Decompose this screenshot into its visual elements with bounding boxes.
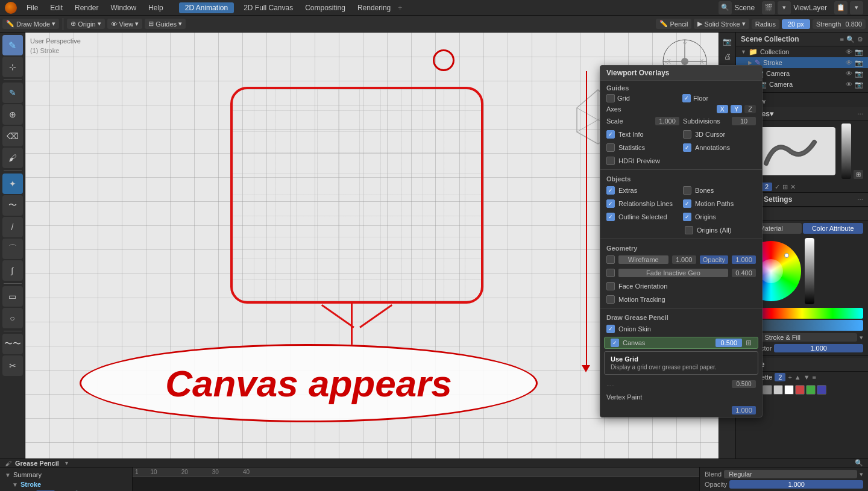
axis-z-btn[interactable]: Z — [744, 105, 756, 113]
pencil-check-icon[interactable]: ✓ — [775, 183, 780, 191]
tab-2d-canvas[interactable]: 2D Full Canvas — [239, 2, 298, 13]
onion-skin-checkbox[interactable] — [606, 325, 615, 333]
strength-field[interactable]: Strength 0.800 — [813, 19, 866, 29]
wireframe-checkbox[interactable] — [606, 255, 615, 264]
brush-settings-expand[interactable]: ⋯ — [857, 196, 863, 203]
fade-checkbox[interactable] — [606, 269, 615, 277]
arc-tool[interactable]: ⌒ — [2, 239, 23, 259]
axis-x-btn[interactable]: X — [717, 105, 728, 113]
viewlayer-icon[interactable]: 📋 — [834, 1, 848, 14]
pencil-copy-icon[interactable]: ⊞ — [782, 183, 788, 191]
camera-render[interactable]: 📷 — [855, 70, 863, 78]
outline-checkbox[interactable] — [606, 213, 615, 221]
swatch-7[interactable] — [806, 385, 816, 395]
mix-factor-value[interactable]: 1.000 — [774, 344, 863, 352]
timeline-area[interactable]: 1 10 20 30 40 — [133, 468, 699, 491]
brush-alpha-slider[interactable] — [841, 124, 851, 179]
guides-btn[interactable]: ⊞ Guides ▾ — [145, 19, 186, 29]
filter-icon[interactable]: ≡ — [840, 36, 844, 43]
cursor-tool[interactable]: ✎ — [2, 35, 23, 55]
scene-dropdown[interactable]: ▾ — [778, 1, 791, 14]
scene-icon[interactable]: 🎬 — [762, 1, 775, 14]
search-icon[interactable]: 🔍 — [846, 36, 855, 43]
render-props-icon[interactable]: 📷 — [721, 35, 734, 48]
bezier-tool[interactable]: ∫ — [2, 260, 23, 281]
tab-compositing[interactable]: Compositing — [300, 2, 350, 13]
fade-value[interactable]: Fade Inactive Geo — [618, 269, 728, 277]
extras-checkbox[interactable] — [606, 186, 615, 195]
camera2-render[interactable]: 📷 — [855, 81, 863, 89]
palette-down-btn[interactable]: ▼ — [804, 374, 810, 381]
mode-badge[interactable]: 2D Animation — [179, 2, 234, 13]
subdivisions-value[interactable]: 10 — [732, 117, 756, 125]
swatch-4[interactable] — [773, 385, 783, 395]
eraser-tool[interactable]: ⌫ — [2, 126, 23, 146]
palette-value[interactable]: 2 — [775, 373, 785, 381]
color-attr-btn[interactable]: Color Attribute — [803, 223, 864, 234]
extra-value-1[interactable]: 0.500 — [732, 380, 756, 388]
mode-value[interactable]: Stroke & Fill — [760, 333, 857, 342]
menu-help[interactable]: Help — [143, 2, 168, 13]
motion-paths-checkbox[interactable] — [683, 199, 691, 208]
wireframe-num[interactable]: 1.000 — [672, 255, 696, 264]
active-tool[interactable]: ✦ — [2, 174, 23, 194]
mode-dropdown[interactable]: ▾ — [860, 334, 863, 342]
opacity-value-bottom[interactable]: 1.000 — [729, 480, 863, 489]
palette-add-btn[interactable]: + — [788, 374, 791, 381]
palette-remove-btn[interactable]: ▲ — [794, 374, 801, 381]
blend-dropdown[interactable]: ▾ — [860, 471, 863, 478]
annotations-checkbox[interactable] — [683, 143, 691, 152]
camera2-visibility[interactable]: 👁 — [846, 81, 852, 88]
radius-field[interactable]: Radius — [752, 19, 779, 29]
bottom-value[interactable]: 1.000 — [732, 406, 756, 414]
canvas-value[interactable]: 0.500 — [715, 339, 742, 347]
viewlayer-dropdown[interactable]: ▾ — [850, 1, 863, 14]
view-btn[interactable]: 👁 View ▾ — [107, 19, 143, 29]
track-chevron[interactable]: ▾ — [65, 460, 68, 466]
text-info-checkbox[interactable] — [606, 130, 615, 139]
tab-rendering[interactable]: Rendering — [353, 2, 395, 13]
color-value-bar[interactable] — [805, 238, 814, 304]
search-icon[interactable]: 🔍 — [719, 1, 732, 14]
camera-visibility[interactable]: 👁 — [846, 70, 852, 77]
brush-expand-btn[interactable]: ⊞ — [854, 170, 863, 179]
motion-tracking-checkbox[interactable] — [606, 295, 615, 304]
output-props-icon[interactable]: 🖨 — [721, 50, 734, 63]
swatch-6[interactable] — [795, 385, 805, 395]
canvas-copy-btn[interactable]: ⊞ — [746, 339, 752, 347]
pencil-select[interactable]: ✏️ Pencil — [656, 19, 691, 29]
collection-render[interactable]: 📷 — [855, 48, 863, 56]
brush-tool[interactable]: 🖌 — [2, 148, 23, 168]
opacity-value[interactable]: 1.000 — [732, 255, 756, 264]
fill-tool[interactable]: ⊕ — [2, 104, 23, 125]
circle-tool[interactable]: ○ — [2, 308, 23, 328]
trim-tool[interactable]: ✂ — [2, 355, 23, 376]
menu-edit[interactable]: Edit — [45, 2, 68, 13]
hdri-checkbox[interactable] — [606, 157, 615, 165]
collection-item[interactable]: ▼ 📁 Collection 👁 📷 — [736, 46, 868, 57]
floor-checkbox[interactable] — [682, 94, 691, 102]
face-orient-checkbox[interactable] — [606, 282, 615, 290]
wireframe-value[interactable]: Wireframe — [618, 255, 668, 264]
rect-tool[interactable]: ▭ — [2, 286, 23, 307]
scale-value[interactable]: 1.000 — [655, 117, 679, 125]
settings-icon[interactable]: ⚙ — [857, 36, 863, 43]
palette-settings-btn[interactable]: ≡ — [813, 374, 816, 381]
pencil-value[interactable]: 2 — [761, 183, 772, 191]
swatch-3[interactable] — [763, 385, 772, 395]
brushes-expand[interactable]: ⋯ — [857, 111, 863, 117]
track-search[interactable]: 🔍 — [855, 459, 863, 467]
pivot-origin[interactable]: ⊕ Origin ▾ — [67, 19, 104, 29]
mode-select[interactable]: ✏️ Draw Mode ▾ — [2, 19, 59, 29]
stroke-select[interactable]: ▶ Solid Stroke ▾ — [694, 19, 749, 29]
menu-render[interactable]: Render — [70, 2, 103, 13]
line-tool[interactable]: / — [2, 217, 23, 237]
statistics-checkbox[interactable] — [606, 143, 615, 152]
collection-visibility[interactable]: 👁 — [846, 48, 852, 55]
menu-window[interactable]: Window — [105, 2, 141, 13]
canvas-checkbox[interactable] — [611, 339, 619, 347]
draw-tool[interactable]: ✎ — [2, 83, 23, 103]
pencil-del-icon[interactable]: ✕ — [790, 183, 796, 191]
stroke-smooth-tool[interactable]: 〜〜 — [2, 334, 23, 354]
select-tool[interactable]: ⊹ — [2, 57, 23, 77]
